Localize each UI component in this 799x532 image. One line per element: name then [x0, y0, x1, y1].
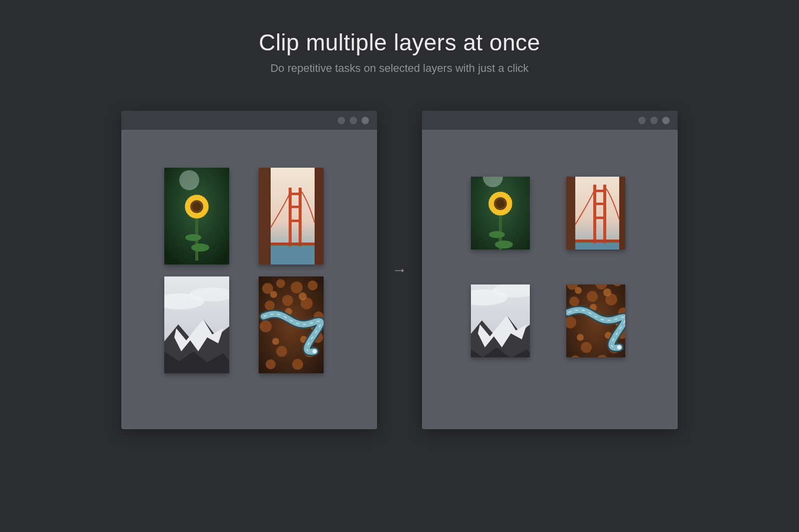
layer-thumbnail-clipped [471, 284, 530, 357]
feature-promo-stage: Clip multiple layers at once Do repetiti… [0, 0, 799, 532]
layer-thumbnail [164, 168, 229, 265]
window-control-dot [362, 117, 369, 124]
window-control-dot [662, 117, 670, 124]
after-window [422, 111, 678, 429]
layer-thumbnail-clipped [566, 177, 625, 250]
window-control-dot [338, 117, 345, 124]
comparison-row: → [0, 111, 799, 429]
before-canvas [121, 130, 377, 429]
layer-thumbnail-clipped [471, 177, 530, 250]
window-control-dot [638, 117, 646, 124]
window-control-dot [650, 117, 658, 124]
subheading: Do repetitive tasks on selected layers w… [0, 62, 799, 75]
layer-thumbnail-clipped [566, 284, 625, 357]
before-window-titlebar [121, 111, 377, 130]
layer-thumbnail [164, 276, 229, 373]
after-canvas [422, 130, 678, 429]
layer-thumbnail [259, 276, 324, 373]
heading: Clip multiple layers at once [0, 29, 799, 56]
after-window-titlebar [422, 111, 678, 130]
window-control-dot [350, 117, 357, 124]
layer-thumbnail [259, 168, 324, 265]
arrow-icon: → [392, 262, 407, 278]
before-window [121, 111, 377, 429]
